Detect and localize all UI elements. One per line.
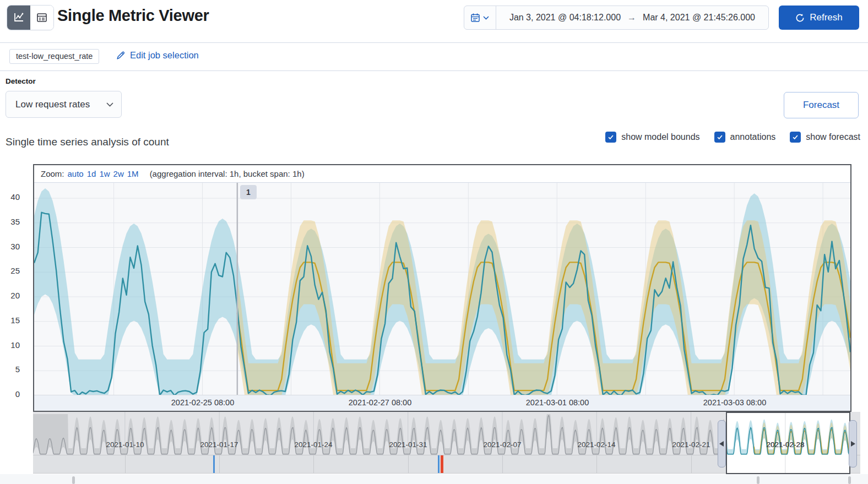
show-model-bounds-label: show model bounds (621, 132, 699, 142)
aggregation-info: (aggregation interval: 1h, bucket span: … (150, 169, 305, 178)
annotation-marker[interactable]: 1 (240, 185, 257, 199)
focus-chart: Zoom: auto 1d 1w 2w 1M (aggregation inte… (33, 164, 851, 412)
edit-job-selection-link[interactable]: Edit job selection (116, 50, 199, 61)
zoom-link-1M[interactable]: 1M (127, 169, 139, 178)
show-forecast-checkbox[interactable]: show forecast (790, 132, 860, 143)
swimlane-gridline (313, 455, 314, 473)
time-series-plot[interactable] (34, 183, 850, 395)
swimlane-gridline (691, 455, 692, 473)
y-tick-label: 0 (1, 389, 20, 399)
detector-label: Detector (6, 77, 36, 85)
detector-selected-value: Low request rates (15, 99, 90, 110)
chart-view-button[interactable] (7, 6, 30, 30)
pencil-icon (116, 51, 126, 60)
zoom-link-1d[interactable]: 1d (87, 169, 96, 178)
annotations-lane (0, 474, 868, 484)
x-axis: 2021-02-25 08:002021-02-27 08:002021-03-… (34, 395, 850, 411)
chevron-down-icon (106, 102, 113, 107)
x-tick-label: 2021-03-01 08:00 (526, 398, 589, 407)
swimlane-gridline (219, 455, 220, 473)
quick-select-menu-button[interactable] (464, 6, 496, 29)
edit-job-selection-label: Edit job selection (130, 50, 199, 61)
caret-left-icon (719, 441, 724, 447)
checkbox-checked-icon (714, 132, 725, 143)
header-divider (0, 42, 868, 43)
annotations-label: annotations (730, 132, 776, 142)
y-tick-label: 40 (1, 192, 20, 202)
y-tick-label: 35 (1, 217, 20, 226)
zoom-link-1w[interactable]: 1w (99, 169, 110, 178)
swimlane-gridline (596, 455, 597, 473)
zoom-bar: Zoom: auto 1d 1w 2w 1M (aggregation inte… (34, 165, 850, 183)
y-tick-label: 25 (1, 266, 20, 275)
brush-date-label: 2021-02-28 (766, 441, 804, 449)
time-range-arrow-icon: → (627, 13, 636, 23)
job-row-divider (0, 70, 868, 71)
y-tick-label: 30 (1, 242, 20, 251)
forecast-button[interactable]: Forecast (784, 92, 859, 118)
chevron-down-icon (483, 16, 489, 20)
data-table-icon (36, 12, 48, 24)
show-model-bounds-checkbox[interactable]: show model bounds (605, 132, 699, 143)
time-range-end[interactable]: Mar 4, 2021 @ 21:45:26.000 (643, 13, 755, 23)
refresh-label: Refresh (810, 12, 843, 23)
x-tick-label: 2021-02-27 08:00 (349, 398, 412, 407)
zoom-link-auto[interactable]: auto (68, 169, 84, 178)
brush-right-handle[interactable] (849, 420, 857, 467)
view-toggle-group (7, 5, 54, 30)
annotation-lane-marker[interactable] (848, 476, 851, 484)
x-tick-label: 2021-03-03 08:00 (703, 398, 767, 407)
bounds-band (237, 220, 850, 395)
y-tick-label: 10 (1, 340, 20, 350)
anomaly-marker[interactable] (213, 455, 215, 473)
table-view-button[interactable] (30, 6, 53, 30)
annotation-lane-marker[interactable] (72, 476, 75, 484)
time-range-start[interactable]: Jan 3, 2021 @ 04:18:12.000 (509, 13, 621, 23)
refresh-icon (795, 13, 805, 23)
zoom-label: Zoom: (41, 169, 64, 178)
checkbox-checked-icon (605, 132, 616, 143)
y-axis-labels: 0510152025303540 (0, 182, 26, 394)
zoom-link-2w[interactable]: 2w (113, 169, 124, 178)
calendar-icon (470, 13, 480, 23)
swimlane-gridline (502, 455, 503, 473)
anomaly-marker[interactable] (438, 455, 440, 473)
swimlane-gridline (125, 455, 126, 473)
y-tick-label: 20 (1, 291, 20, 300)
chart-toggles: show model bounds annotations show forec… (605, 132, 860, 143)
detector-select[interactable]: Low request rates (6, 91, 122, 118)
page-title: Single Metric Viewer (57, 7, 209, 25)
brush-left-handle[interactable] (718, 420, 726, 467)
x-tick-label: 2021-02-25 08:00 (171, 398, 235, 407)
single-metric-viewer-page: Single Metric Viewer Jan 3, 2021 @ 04:18… (0, 0, 868, 484)
swimlane-gridline (408, 455, 409, 473)
time-range-picker: Jan 3, 2021 @ 04:18:12.000 → Mar 4, 2021… (464, 6, 769, 30)
analysis-heading: Single time series analysis of count (6, 136, 169, 148)
anomaly-marker[interactable] (441, 455, 443, 473)
y-tick-label: 5 (1, 365, 20, 374)
show-forecast-label: show forecast (806, 132, 860, 142)
job-badge: test-low_request_rate (9, 49, 99, 64)
checkbox-checked-icon (790, 132, 801, 143)
annotations-checkbox[interactable]: annotations (714, 132, 776, 143)
line-chart-icon (13, 12, 25, 24)
caret-right-icon (850, 441, 855, 447)
refresh-button[interactable]: Refresh (779, 6, 859, 30)
annotation-lane-marker[interactable] (757, 476, 760, 484)
y-tick-label: 15 (1, 316, 20, 325)
